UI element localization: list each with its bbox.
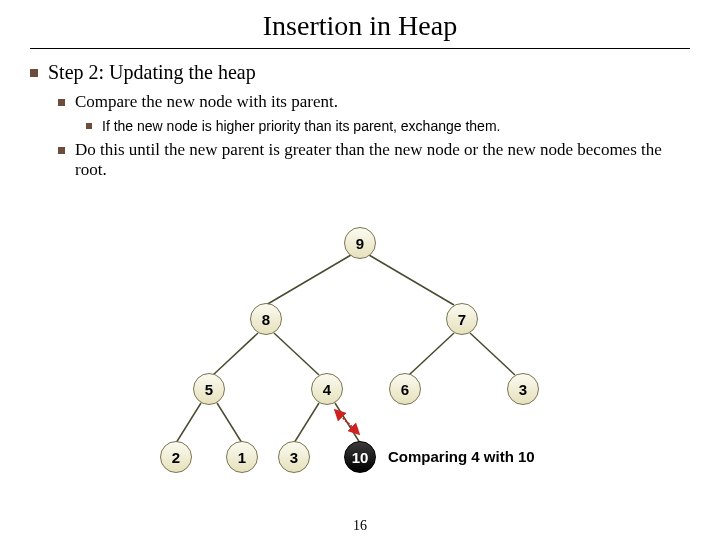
- heap-tree-diagram: 9 8 7 5 4 6 3 2 1 3 10 Comparing 4 with …: [0, 225, 720, 515]
- svg-line-7: [217, 403, 242, 443]
- node-llr: 1: [226, 441, 258, 473]
- page-title: Insertion in Heap: [30, 10, 690, 42]
- node-l: 8: [250, 303, 282, 335]
- svg-line-8: [294, 403, 319, 443]
- bullet-exchange: If the new node is higher priority than …: [86, 118, 690, 134]
- node-new: 10: [344, 441, 376, 473]
- title-rule: [30, 48, 690, 49]
- node-r: 7: [446, 303, 478, 335]
- svg-line-0: [266, 255, 351, 305]
- node-lll: 2: [160, 441, 192, 473]
- svg-line-3: [274, 333, 319, 375]
- node-lrl: 3: [278, 441, 310, 473]
- bullet-icon: [30, 69, 38, 77]
- svg-line-1: [369, 255, 454, 305]
- node-lr: 4: [311, 373, 343, 405]
- bullet-compare: Compare the new node with its parent.: [58, 92, 690, 112]
- bullet-icon: [58, 147, 65, 154]
- svg-line-6: [176, 403, 201, 443]
- bullet-icon: [58, 99, 65, 106]
- bullet-step: Step 2: Updating the heap: [30, 61, 690, 84]
- node-rr: 3: [507, 373, 539, 405]
- bullet-text: Do this until the new parent is greater …: [75, 140, 690, 180]
- svg-line-4: [409, 333, 454, 375]
- node-ll: 5: [193, 373, 225, 405]
- bullet-until: Do this until the new parent is greater …: [58, 140, 690, 180]
- svg-line-2: [213, 333, 258, 375]
- bullet-text: If the new node is higher priority than …: [102, 118, 690, 134]
- bullet-text: Step 2: Updating the heap: [48, 61, 690, 84]
- node-root: 9: [344, 227, 376, 259]
- node-rl: 6: [389, 373, 421, 405]
- svg-line-10: [338, 413, 356, 431]
- bullet-text: Compare the new node with its parent.: [75, 92, 690, 112]
- compare-arrow-icon: [332, 407, 362, 437]
- compare-caption: Comparing 4 with 10: [388, 448, 535, 465]
- bullet-icon: [86, 123, 92, 129]
- page-number: 16: [0, 518, 720, 534]
- svg-line-5: [470, 333, 515, 375]
